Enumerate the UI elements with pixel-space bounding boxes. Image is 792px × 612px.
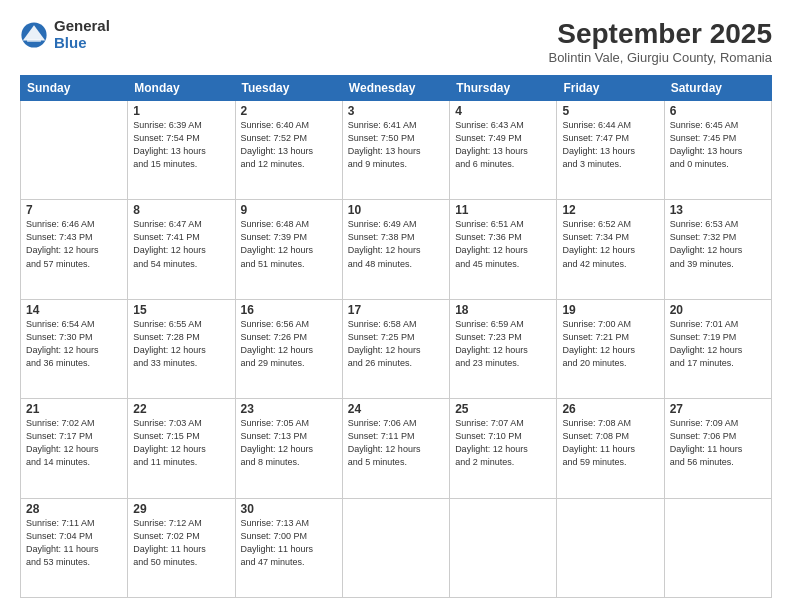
cell-info: Sunrise: 6:44 AM Sunset: 7:47 PM Dayligh… — [562, 119, 658, 171]
cell-day-number: 24 — [348, 402, 444, 416]
calendar-cell: 21Sunrise: 7:02 AM Sunset: 7:17 PM Dayli… — [21, 399, 128, 498]
calendar-cell: 11Sunrise: 6:51 AM Sunset: 7:36 PM Dayli… — [450, 200, 557, 299]
calendar-cell: 25Sunrise: 7:07 AM Sunset: 7:10 PM Dayli… — [450, 399, 557, 498]
calendar-cell: 4Sunrise: 6:43 AM Sunset: 7:49 PM Daylig… — [450, 101, 557, 200]
cell-day-number: 18 — [455, 303, 551, 317]
cell-day-number: 11 — [455, 203, 551, 217]
calendar-cell: 16Sunrise: 6:56 AM Sunset: 7:26 PM Dayli… — [235, 299, 342, 398]
calendar-cell: 28Sunrise: 7:11 AM Sunset: 7:04 PM Dayli… — [21, 498, 128, 597]
cell-info: Sunrise: 6:53 AM Sunset: 7:32 PM Dayligh… — [670, 218, 766, 270]
cell-info: Sunrise: 6:43 AM Sunset: 7:49 PM Dayligh… — [455, 119, 551, 171]
header: General Blue September 2025 Bolintin Val… — [20, 18, 772, 65]
cell-day-number: 10 — [348, 203, 444, 217]
calendar-cell: 1Sunrise: 6:39 AM Sunset: 7:54 PM Daylig… — [128, 101, 235, 200]
cell-info: Sunrise: 7:00 AM Sunset: 7:21 PM Dayligh… — [562, 318, 658, 370]
cell-day-number: 7 — [26, 203, 122, 217]
calendar-cell: 13Sunrise: 6:53 AM Sunset: 7:32 PM Dayli… — [664, 200, 771, 299]
cell-day-number: 14 — [26, 303, 122, 317]
cell-day-number: 21 — [26, 402, 122, 416]
cell-info: Sunrise: 7:01 AM Sunset: 7:19 PM Dayligh… — [670, 318, 766, 370]
logo-general: General — [54, 18, 110, 35]
logo-blue: Blue — [54, 35, 110, 52]
calendar-cell: 27Sunrise: 7:09 AM Sunset: 7:06 PM Dayli… — [664, 399, 771, 498]
calendar-cell: 14Sunrise: 6:54 AM Sunset: 7:30 PM Dayli… — [21, 299, 128, 398]
calendar-cell: 6Sunrise: 6:45 AM Sunset: 7:45 PM Daylig… — [664, 101, 771, 200]
cell-info: Sunrise: 6:54 AM Sunset: 7:30 PM Dayligh… — [26, 318, 122, 370]
calendar-title: September 2025 — [548, 18, 772, 50]
calendar-cell: 8Sunrise: 6:47 AM Sunset: 7:41 PM Daylig… — [128, 200, 235, 299]
calendar-subtitle: Bolintin Vale, Giurgiu County, Romania — [548, 50, 772, 65]
cell-info: Sunrise: 6:41 AM Sunset: 7:50 PM Dayligh… — [348, 119, 444, 171]
cell-info: Sunrise: 6:58 AM Sunset: 7:25 PM Dayligh… — [348, 318, 444, 370]
calendar-cell: 3Sunrise: 6:41 AM Sunset: 7:50 PM Daylig… — [342, 101, 449, 200]
cell-day-number: 12 — [562, 203, 658, 217]
cell-day-number: 20 — [670, 303, 766, 317]
week-row-1: 1Sunrise: 6:39 AM Sunset: 7:54 PM Daylig… — [21, 101, 772, 200]
cell-info: Sunrise: 7:05 AM Sunset: 7:13 PM Dayligh… — [241, 417, 337, 469]
cell-day-number: 3 — [348, 104, 444, 118]
cell-info: Sunrise: 7:02 AM Sunset: 7:17 PM Dayligh… — [26, 417, 122, 469]
cell-day-number: 1 — [133, 104, 229, 118]
calendar-table: SundayMondayTuesdayWednesdayThursdayFrid… — [20, 75, 772, 598]
cell-info: Sunrise: 6:39 AM Sunset: 7:54 PM Dayligh… — [133, 119, 229, 171]
logo: General Blue — [20, 18, 110, 51]
cell-info: Sunrise: 6:52 AM Sunset: 7:34 PM Dayligh… — [562, 218, 658, 270]
cell-info: Sunrise: 6:56 AM Sunset: 7:26 PM Dayligh… — [241, 318, 337, 370]
calendar-cell — [342, 498, 449, 597]
cell-info: Sunrise: 6:59 AM Sunset: 7:23 PM Dayligh… — [455, 318, 551, 370]
cell-info: Sunrise: 7:08 AM Sunset: 7:08 PM Dayligh… — [562, 417, 658, 469]
cell-info: Sunrise: 6:45 AM Sunset: 7:45 PM Dayligh… — [670, 119, 766, 171]
cell-day-number: 19 — [562, 303, 658, 317]
week-row-5: 28Sunrise: 7:11 AM Sunset: 7:04 PM Dayli… — [21, 498, 772, 597]
cell-info: Sunrise: 6:51 AM Sunset: 7:36 PM Dayligh… — [455, 218, 551, 270]
cell-info: Sunrise: 7:06 AM Sunset: 7:11 PM Dayligh… — [348, 417, 444, 469]
cell-day-number: 22 — [133, 402, 229, 416]
cell-info: Sunrise: 6:48 AM Sunset: 7:39 PM Dayligh… — [241, 218, 337, 270]
calendar-cell — [450, 498, 557, 597]
cell-info: Sunrise: 7:12 AM Sunset: 7:02 PM Dayligh… — [133, 517, 229, 569]
cell-day-number: 9 — [241, 203, 337, 217]
header-thursday: Thursday — [450, 76, 557, 101]
calendar-header-row: SundayMondayTuesdayWednesdayThursdayFrid… — [21, 76, 772, 101]
cell-info: Sunrise: 6:46 AM Sunset: 7:43 PM Dayligh… — [26, 218, 122, 270]
cell-day-number: 29 — [133, 502, 229, 516]
calendar-cell: 30Sunrise: 7:13 AM Sunset: 7:00 PM Dayli… — [235, 498, 342, 597]
calendar-cell: 19Sunrise: 7:00 AM Sunset: 7:21 PM Dayli… — [557, 299, 664, 398]
cell-day-number: 23 — [241, 402, 337, 416]
logo-icon — [20, 21, 48, 49]
calendar-cell — [557, 498, 664, 597]
calendar-cell: 18Sunrise: 6:59 AM Sunset: 7:23 PM Dayli… — [450, 299, 557, 398]
cell-day-number: 25 — [455, 402, 551, 416]
calendar-cell: 20Sunrise: 7:01 AM Sunset: 7:19 PM Dayli… — [664, 299, 771, 398]
calendar-cell: 23Sunrise: 7:05 AM Sunset: 7:13 PM Dayli… — [235, 399, 342, 498]
page: General Blue September 2025 Bolintin Val… — [0, 0, 792, 612]
calendar-cell: 24Sunrise: 7:06 AM Sunset: 7:11 PM Dayli… — [342, 399, 449, 498]
cell-day-number: 13 — [670, 203, 766, 217]
cell-info: Sunrise: 7:07 AM Sunset: 7:10 PM Dayligh… — [455, 417, 551, 469]
calendar-cell: 7Sunrise: 6:46 AM Sunset: 7:43 PM Daylig… — [21, 200, 128, 299]
cell-day-number: 2 — [241, 104, 337, 118]
cell-day-number: 28 — [26, 502, 122, 516]
cell-day-number: 5 — [562, 104, 658, 118]
week-row-3: 14Sunrise: 6:54 AM Sunset: 7:30 PM Dayli… — [21, 299, 772, 398]
calendar-cell: 12Sunrise: 6:52 AM Sunset: 7:34 PM Dayli… — [557, 200, 664, 299]
calendar-cell — [21, 101, 128, 200]
cell-info: Sunrise: 6:47 AM Sunset: 7:41 PM Dayligh… — [133, 218, 229, 270]
cell-info: Sunrise: 6:55 AM Sunset: 7:28 PM Dayligh… — [133, 318, 229, 370]
calendar-cell: 5Sunrise: 6:44 AM Sunset: 7:47 PM Daylig… — [557, 101, 664, 200]
cell-day-number: 15 — [133, 303, 229, 317]
cell-info: Sunrise: 7:03 AM Sunset: 7:15 PM Dayligh… — [133, 417, 229, 469]
cell-day-number: 26 — [562, 402, 658, 416]
calendar-cell: 9Sunrise: 6:48 AM Sunset: 7:39 PM Daylig… — [235, 200, 342, 299]
cell-info: Sunrise: 6:40 AM Sunset: 7:52 PM Dayligh… — [241, 119, 337, 171]
cell-info: Sunrise: 6:49 AM Sunset: 7:38 PM Dayligh… — [348, 218, 444, 270]
header-monday: Monday — [128, 76, 235, 101]
calendar-cell: 26Sunrise: 7:08 AM Sunset: 7:08 PM Dayli… — [557, 399, 664, 498]
header-friday: Friday — [557, 76, 664, 101]
calendar-cell: 17Sunrise: 6:58 AM Sunset: 7:25 PM Dayli… — [342, 299, 449, 398]
cell-day-number: 17 — [348, 303, 444, 317]
cell-info: Sunrise: 7:11 AM Sunset: 7:04 PM Dayligh… — [26, 517, 122, 569]
calendar-cell: 2Sunrise: 6:40 AM Sunset: 7:52 PM Daylig… — [235, 101, 342, 200]
calendar-cell: 29Sunrise: 7:12 AM Sunset: 7:02 PM Dayli… — [128, 498, 235, 597]
cell-day-number: 8 — [133, 203, 229, 217]
